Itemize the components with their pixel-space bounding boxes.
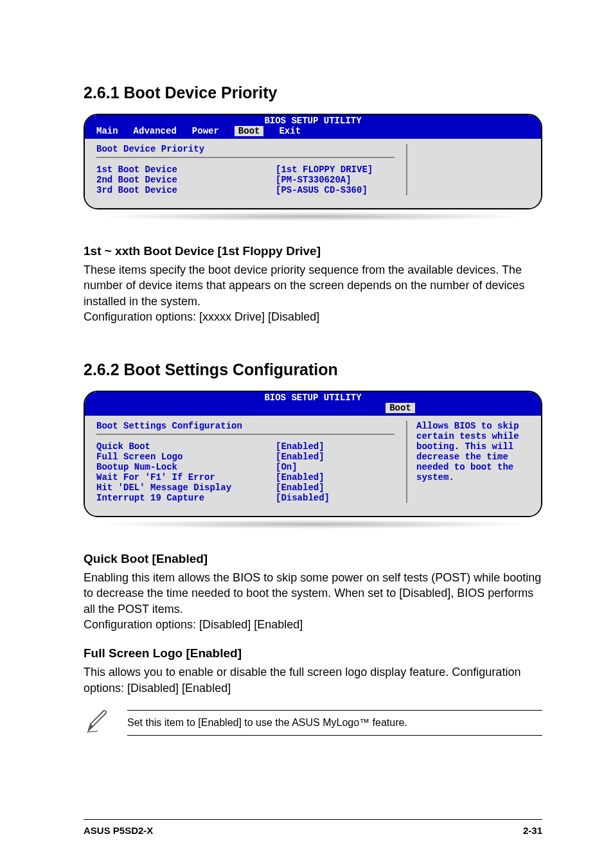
bios-row: Interrupt 19 Capture [Disabled] — [96, 493, 395, 503]
bios-row-value: [PM-ST330620A] — [276, 175, 395, 185]
bios-row-value: [Enabled] — [276, 441, 395, 452]
bios-row-label: Interrupt 19 Capture — [96, 493, 276, 503]
bios-screenshot-boot-settings: BIOS SETUP UTILITY Boot Boot Settings Co… — [84, 391, 542, 517]
bios-help-panel — [406, 144, 541, 195]
bios-subtitle: Boot Settings Configuration — [96, 421, 395, 435]
bios-row: Bootup Num-Lock [On] — [96, 462, 395, 472]
bios-title: BIOS SETUP UTILITY — [85, 116, 541, 126]
bios-title: BIOS SETUP UTILITY — [85, 393, 541, 403]
bios-row-label: Full Screen Logo — [96, 452, 276, 462]
body-text: Configuration options: [xxxxx Drive] [Di… — [84, 309, 542, 324]
bios-tab-advanced: Advanced — [134, 126, 177, 136]
shadow-decoration — [103, 520, 523, 529]
bios-row-label: Quick Boot — [96, 441, 276, 452]
bios-row: 2nd Boot Device [PM-ST330620A] — [96, 175, 395, 185]
bios-row-value: [Disabled] — [276, 493, 395, 503]
page-footer: ASUS P5SD2-X 2-31 — [84, 819, 542, 836]
bios-row-label: Hit 'DEL' Message Display — [96, 483, 276, 493]
bios-row-value: [Enabled] — [276, 483, 395, 493]
bios-row-label: 2nd Boot Device — [96, 175, 276, 185]
bios-row-value: [Enabled] — [276, 452, 395, 462]
subheading-1st-boot-device: 1st ~ xxth Boot Device [1st Floppy Drive… — [84, 244, 542, 258]
bios-row-value: [1st FLOPPY DRIVE] — [276, 164, 395, 175]
bios-tab-power: Power — [192, 126, 219, 136]
note-text: Set this item to [Enabled] to use the AS… — [127, 710, 542, 736]
bios-screenshot-boot-priority: BIOS SETUP UTILITY Main Advanced Power B… — [84, 114, 542, 209]
bios-help-text: Allows BIOS to skip certain tests while … — [416, 421, 532, 483]
bios-tab-boot: Boot — [235, 126, 264, 136]
body-text: Configuration options: [Disabled] [Enabl… — [84, 617, 542, 632]
bios-row-label: Wait For 'F1' If Error — [96, 472, 276, 483]
section-heading-boot-settings-config: 2.6.2 Boot Settings Configuration — [84, 360, 542, 379]
bios-row: Hit 'DEL' Message Display [Enabled] — [96, 483, 395, 493]
body-text: Enabling this item allows the BIOS to sk… — [84, 570, 542, 617]
section-heading-boot-device-priority: 2.6.1 Boot Device Priority — [84, 84, 542, 102]
bios-row: 1st Boot Device [1st FLOPPY DRIVE] — [96, 164, 395, 175]
bios-row-label: 3rd Boot Device — [96, 185, 276, 195]
bios-row-value: [On] — [276, 462, 395, 472]
bios-row: Full Screen Logo [Enabled] — [96, 452, 395, 462]
pencil-note-icon — [84, 707, 112, 738]
bios-tab-main: Main — [96, 126, 118, 136]
bios-row: Quick Boot [Enabled] — [96, 441, 395, 452]
footer-model: ASUS P5SD2-X — [84, 825, 153, 836]
bios-row: 3rd Boot Device [PS-ASUS CD-S360] — [96, 185, 395, 195]
bios-row-label: 1st Boot Device — [96, 164, 276, 175]
subheading-full-screen-logo: Full Screen Logo [Enabled] — [84, 646, 542, 660]
body-text: This allows you to enable or disable the… — [84, 664, 542, 696]
subheading-quick-boot: Quick Boot [Enabled] — [84, 552, 542, 566]
bios-tab-boot: Boot — [386, 403, 415, 413]
bios-subtitle: Boot Device Priority — [96, 144, 395, 158]
bios-help-panel: Allows BIOS to skip certain tests while … — [406, 421, 541, 503]
bios-tab-exit: Exit — [279, 126, 301, 136]
bios-row-value: [PS-ASUS CD-S360] — [276, 185, 395, 195]
bios-row-value: [Enabled] — [276, 472, 395, 483]
bios-row: Wait For 'F1' If Error [Enabled] — [96, 472, 395, 483]
body-text: These items specify the boot device prio… — [84, 262, 542, 309]
note-block: Set this item to [Enabled] to use the AS… — [84, 707, 542, 738]
shadow-decoration — [103, 212, 523, 221]
bios-row-label: Bootup Num-Lock — [96, 462, 276, 472]
footer-page-number: 2-31 — [523, 825, 542, 836]
